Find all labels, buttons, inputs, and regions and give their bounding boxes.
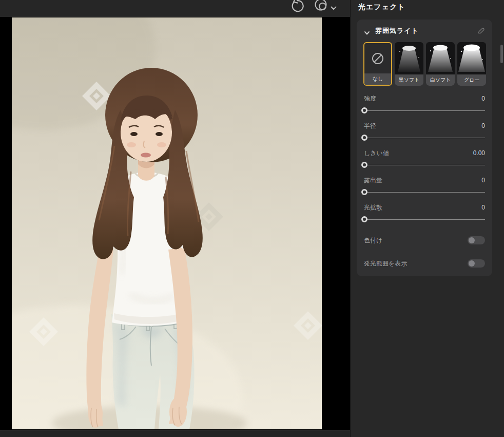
slider-intensity-track[interactable] [364, 110, 485, 111]
slider-diffusion-thumb[interactable] [361, 216, 367, 222]
slider-radius-track[interactable] [364, 138, 485, 138]
slider-diffusion-value: 0 [481, 203, 485, 212]
none-prohibited-icon [364, 43, 391, 73]
light-effect-panel: 光エフェクト 雰囲気ライト なし [350, 0, 504, 437]
slider-threshold-track[interactable] [364, 165, 485, 165]
slider-threshold-label: しきい値 [364, 149, 389, 157]
slider-diffusion-label: 光拡散 [364, 203, 382, 212]
preset-list: なし 黒ソフト [363, 42, 486, 86]
slider-exposure-value: 0 [481, 176, 485, 184]
lamp-cone-dim-icon [395, 42, 423, 74]
slider-radius-label: 半径 [364, 122, 376, 130]
preset-label: 白ソフト [426, 74, 455, 86]
ambience-light-card: 雰囲気ライト なし [357, 20, 492, 276]
compare-overlay-icon[interactable] [314, 0, 329, 16]
canvas-bottom-bar [0, 430, 350, 437]
section-header[interactable]: 雰囲気ライト [364, 26, 485, 36]
section-collapse-chevron-icon[interactable] [364, 28, 370, 37]
toggle-knob [469, 260, 475, 267]
canvas-area [0, 0, 350, 437]
preset-glow[interactable]: グロー [457, 42, 486, 86]
slider-threshold-thumb[interactable] [361, 162, 367, 168]
section-title: 雰囲気ライト [375, 26, 419, 35]
canvas-toolbar [0, 0, 350, 17]
slider-radius-thumb[interactable] [361, 135, 367, 141]
panel-title: 光エフェクト [358, 3, 405, 12]
toggle-show-glow-range[interactable] [468, 259, 485, 268]
lamp-cone-glow-icon [457, 42, 486, 74]
slider-intensity-thumb[interactable] [361, 107, 367, 113]
slider-radius-value: 0 [481, 122, 485, 130]
preset-black-soft[interactable]: 黒ソフト [395, 42, 423, 86]
preset-white-soft[interactable]: 白ソフト [426, 42, 455, 86]
preset-label: なし [364, 73, 391, 85]
slider-intensity-value: 0 [481, 94, 485, 103]
slider-diffusion-track[interactable] [364, 219, 485, 220]
slider-intensity-label: 強度 [364, 94, 376, 103]
slider-exposure-track[interactable] [364, 192, 485, 193]
edit-pencil-icon[interactable] [477, 27, 485, 36]
toggle-show-glow-range-label: 発光範囲を表示 [364, 259, 407, 268]
undo-rotate-icon[interactable] [289, 0, 304, 16]
lamp-cone-bright-icon [426, 42, 455, 74]
preset-none[interactable]: なし [363, 42, 392, 86]
toggle-colorize-label: 色付け [364, 236, 382, 244]
toggle-knob [469, 237, 475, 243]
slider-threshold-value: 0.00 [473, 149, 485, 157]
preset-label: 黒ソフト [395, 74, 423, 86]
toggle-colorize[interactable] [468, 236, 485, 244]
chevron-down-icon[interactable] [330, 4, 337, 13]
panel-scrollbar-thumb[interactable] [500, 45, 503, 63]
slider-exposure-label: 露出量 [364, 176, 382, 184]
slider-exposure-thumb[interactable] [361, 189, 367, 195]
preset-label: グロー [457, 74, 486, 86]
photo-preview[interactable] [12, 17, 322, 429]
